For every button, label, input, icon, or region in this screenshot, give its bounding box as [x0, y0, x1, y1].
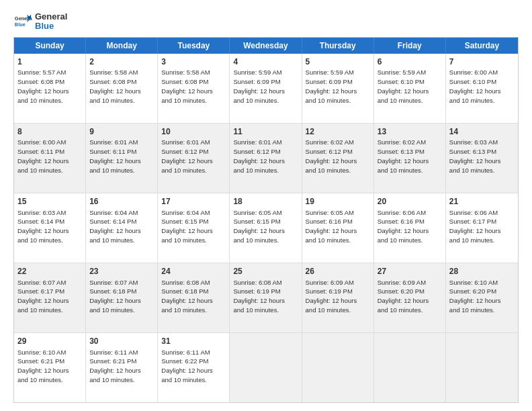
cal-cell: 2Sunrise: 5:58 AM Sunset: 6:08 PM Daylig… [86, 54, 158, 123]
header: General Blue General Blue [13, 12, 519, 32]
day-number: 21 [449, 196, 515, 208]
day-info: Sunrise: 6:10 AM Sunset: 6:20 PM Dayligh… [449, 278, 515, 315]
day-info: Sunrise: 5:59 AM Sunset: 6:09 PM Dayligh… [306, 68, 370, 105]
cal-cell: 10Sunrise: 6:01 AM Sunset: 6:12 PM Dayli… [158, 124, 230, 193]
day-number: 8 [17, 126, 82, 138]
cal-cell: 3Sunrise: 5:58 AM Sunset: 6:08 PM Daylig… [158, 54, 230, 123]
logo-blue: Blue [35, 21, 67, 31]
cal-cell [230, 333, 302, 402]
day-number: 9 [89, 126, 154, 138]
day-info: Sunrise: 6:09 AM Sunset: 6:20 PM Dayligh… [378, 278, 442, 315]
day-number: 23 [89, 266, 154, 277]
cal-cell: 14Sunrise: 6:03 AM Sunset: 6:13 PM Dayli… [446, 124, 518, 193]
day-info: Sunrise: 5:59 AM Sunset: 6:09 PM Dayligh… [233, 68, 298, 105]
cal-cell: 21Sunrise: 6:06 AM Sunset: 6:17 PM Dayli… [446, 193, 518, 263]
cal-cell: 11Sunrise: 6:01 AM Sunset: 6:12 PM Dayli… [230, 124, 302, 193]
day-info: Sunrise: 6:01 AM Sunset: 6:11 PM Dayligh… [89, 138, 154, 175]
cal-cell: 17Sunrise: 6:04 AM Sunset: 6:15 PM Dayli… [158, 193, 230, 263]
day-number: 20 [378, 196, 442, 208]
day-number: 10 [161, 126, 226, 138]
day-info: Sunrise: 6:00 AM Sunset: 6:10 PM Dayligh… [449, 68, 515, 105]
header-day-sunday: Sunday [14, 38, 86, 54]
day-info: Sunrise: 6:07 AM Sunset: 6:17 PM Dayligh… [17, 278, 82, 315]
day-number: 17 [161, 196, 226, 208]
page: General Blue General Blue SundayMondayTu… [0, 0, 532, 411]
cal-cell: 22Sunrise: 6:07 AM Sunset: 6:17 PM Dayli… [14, 263, 86, 332]
day-info: Sunrise: 6:01 AM Sunset: 6:12 PM Dayligh… [233, 138, 298, 175]
header-day-monday: Monday [86, 38, 158, 54]
cal-cell: 9Sunrise: 6:01 AM Sunset: 6:11 PM Daylig… [86, 124, 158, 193]
cal-cell: 4Sunrise: 5:59 AM Sunset: 6:09 PM Daylig… [230, 54, 302, 123]
day-number: 18 [233, 196, 298, 208]
calendar-body: 1Sunrise: 5:57 AM Sunset: 6:08 PM Daylig… [14, 54, 518, 402]
logo: General Blue General Blue [13, 12, 67, 32]
calendar: SundayMondayTuesdayWednesdayThursdayFrid… [13, 37, 519, 403]
day-info: Sunrise: 6:05 AM Sunset: 6:15 PM Dayligh… [233, 208, 298, 245]
day-number: 22 [17, 266, 82, 277]
cal-cell: 8Sunrise: 6:00 AM Sunset: 6:11 PM Daylig… [14, 124, 86, 193]
day-info: Sunrise: 6:08 AM Sunset: 6:18 PM Dayligh… [161, 278, 226, 315]
day-info: Sunrise: 6:10 AM Sunset: 6:21 PM Dayligh… [17, 348, 82, 385]
cal-cell: 31Sunrise: 6:11 AM Sunset: 6:22 PM Dayli… [158, 333, 230, 402]
day-number: 2 [89, 56, 154, 68]
header-day-thursday: Thursday [302, 38, 374, 54]
day-number: 31 [161, 336, 226, 347]
cal-cell: 16Sunrise: 6:04 AM Sunset: 6:14 PM Dayli… [86, 193, 158, 263]
cal-cell: 12Sunrise: 6:02 AM Sunset: 6:12 PM Dayli… [302, 124, 374, 193]
day-number: 27 [378, 266, 442, 277]
cal-cell [374, 333, 446, 402]
day-info: Sunrise: 6:04 AM Sunset: 6:14 PM Dayligh… [89, 208, 154, 245]
day-info: Sunrise: 6:03 AM Sunset: 6:14 PM Dayligh… [17, 208, 82, 245]
day-info: Sunrise: 6:11 AM Sunset: 6:21 PM Dayligh… [89, 348, 154, 385]
day-info: Sunrise: 5:59 AM Sunset: 6:10 PM Dayligh… [378, 68, 442, 105]
cal-cell: 24Sunrise: 6:08 AM Sunset: 6:18 PM Dayli… [158, 263, 230, 332]
cal-cell: 1Sunrise: 5:57 AM Sunset: 6:08 PM Daylig… [14, 54, 86, 123]
day-number: 4 [233, 56, 298, 68]
day-info: Sunrise: 6:07 AM Sunset: 6:18 PM Dayligh… [89, 278, 154, 315]
cal-cell [446, 333, 518, 402]
cal-cell [302, 333, 374, 402]
day-number: 3 [161, 56, 226, 68]
day-info: Sunrise: 5:58 AM Sunset: 6:08 PM Dayligh… [89, 68, 154, 105]
cal-row-1: 1Sunrise: 5:57 AM Sunset: 6:08 PM Daylig… [14, 54, 518, 123]
calendar-header: SundayMondayTuesdayWednesdayThursdayFrid… [14, 38, 518, 54]
day-info: Sunrise: 6:06 AM Sunset: 6:17 PM Dayligh… [449, 208, 515, 245]
cal-cell: 19Sunrise: 6:05 AM Sunset: 6:16 PM Dayli… [302, 193, 374, 263]
cal-row-4: 22Sunrise: 6:07 AM Sunset: 6:17 PM Dayli… [14, 263, 518, 332]
day-info: Sunrise: 6:00 AM Sunset: 6:11 PM Dayligh… [17, 138, 82, 175]
day-number: 15 [17, 196, 82, 208]
header-day-wednesday: Wednesday [230, 38, 302, 54]
day-number: 28 [449, 266, 515, 277]
header-day-saturday: Saturday [446, 38, 518, 54]
cal-cell: 5Sunrise: 5:59 AM Sunset: 6:09 PM Daylig… [302, 54, 374, 123]
day-number: 13 [378, 126, 442, 138]
day-info: Sunrise: 6:11 AM Sunset: 6:22 PM Dayligh… [161, 348, 226, 385]
header-day-friday: Friday [374, 38, 446, 54]
day-number: 16 [89, 196, 154, 208]
day-number: 19 [306, 196, 370, 208]
day-number: 5 [306, 56, 370, 68]
day-number: 24 [161, 266, 226, 277]
cal-cell: 20Sunrise: 6:06 AM Sunset: 6:16 PM Dayli… [374, 193, 446, 263]
cal-cell: 7Sunrise: 6:00 AM Sunset: 6:10 PM Daylig… [446, 54, 518, 123]
day-number: 14 [449, 126, 515, 138]
day-info: Sunrise: 6:05 AM Sunset: 6:16 PM Dayligh… [306, 208, 370, 245]
day-info: Sunrise: 6:03 AM Sunset: 6:13 PM Dayligh… [449, 138, 515, 175]
day-info: Sunrise: 6:02 AM Sunset: 6:12 PM Dayligh… [306, 138, 370, 175]
cal-cell: 15Sunrise: 6:03 AM Sunset: 6:14 PM Dayli… [14, 193, 86, 263]
day-number: 7 [449, 56, 515, 68]
day-info: Sunrise: 6:04 AM Sunset: 6:15 PM Dayligh… [161, 208, 226, 245]
day-info: Sunrise: 6:09 AM Sunset: 6:19 PM Dayligh… [306, 278, 370, 315]
cal-cell: 6Sunrise: 5:59 AM Sunset: 6:10 PM Daylig… [374, 54, 446, 123]
cal-cell: 25Sunrise: 6:08 AM Sunset: 6:19 PM Dayli… [230, 263, 302, 332]
cal-cell: 23Sunrise: 6:07 AM Sunset: 6:18 PM Dayli… [86, 263, 158, 332]
day-info: Sunrise: 6:06 AM Sunset: 6:16 PM Dayligh… [378, 208, 442, 245]
cal-cell: 18Sunrise: 6:05 AM Sunset: 6:15 PM Dayli… [230, 193, 302, 263]
day-number: 6 [378, 56, 442, 68]
cal-row-3: 15Sunrise: 6:03 AM Sunset: 6:14 PM Dayli… [14, 193, 518, 263]
cal-cell: 29Sunrise: 6:10 AM Sunset: 6:21 PM Dayli… [14, 333, 86, 402]
day-info: Sunrise: 6:08 AM Sunset: 6:19 PM Dayligh… [233, 278, 298, 315]
svg-text:Blue: Blue [15, 22, 26, 28]
day-number: 11 [233, 126, 298, 138]
cal-row-2: 8Sunrise: 6:00 AM Sunset: 6:11 PM Daylig… [14, 123, 518, 193]
